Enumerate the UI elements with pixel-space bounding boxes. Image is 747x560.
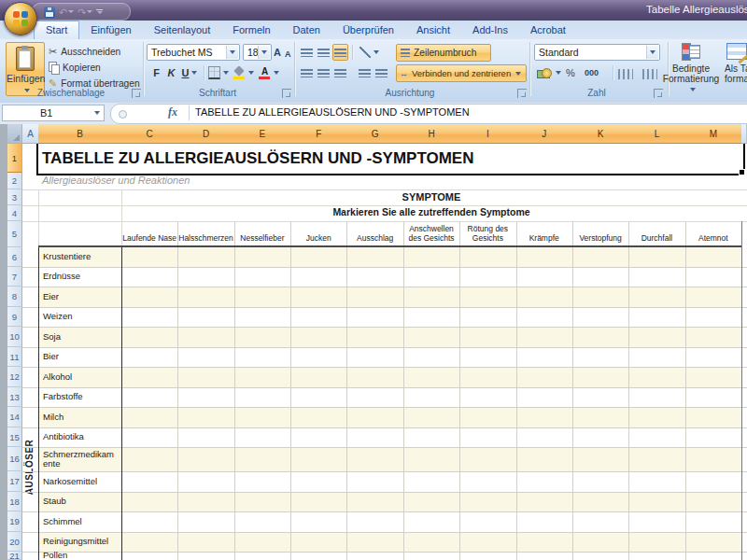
align-right-button[interactable] bbox=[332, 64, 348, 81]
symptome-header[interactable]: SYMPTOME bbox=[121, 191, 741, 203]
increase-decimal-button[interactable] bbox=[618, 66, 633, 81]
column-header-E[interactable]: E bbox=[234, 124, 291, 144]
grow-font-button[interactable]: A bbox=[274, 45, 281, 60]
tab-daten[interactable]: Daten bbox=[282, 21, 331, 39]
column-header-M[interactable]: M bbox=[685, 124, 742, 144]
percent-format-button[interactable]: % bbox=[566, 65, 575, 80]
fill-handle[interactable] bbox=[739, 169, 745, 175]
row-header-6[interactable]: 6 bbox=[7, 247, 22, 267]
column-header-C[interactable]: C bbox=[121, 124, 178, 144]
fill-color-button[interactable] bbox=[233, 64, 255, 81]
symptom-header-cell[interactable]: Rötung des Gesichts bbox=[459, 221, 515, 245]
number-format-dropdown-icon[interactable] bbox=[646, 46, 658, 59]
allergen-cell[interactable]: Soja bbox=[39, 327, 117, 347]
row-header-5[interactable]: 5 bbox=[7, 221, 22, 247]
align-middle-button[interactable] bbox=[316, 44, 331, 61]
symptom-header-cell[interactable]: Verstopfung bbox=[572, 221, 628, 245]
row-header-21[interactable]: 21 bbox=[7, 552, 22, 560]
font-size-dropdown-icon[interactable] bbox=[258, 46, 270, 59]
row-header-4[interactable]: 4 bbox=[7, 205, 22, 221]
font-color-button[interactable]: A bbox=[258, 64, 280, 81]
italic-button[interactable]: K bbox=[164, 64, 178, 81]
column-header-K[interactable]: K bbox=[572, 124, 629, 144]
row-header-19[interactable]: 19 bbox=[7, 511, 22, 532]
symptom-header-cell[interactable]: Nesselfieber bbox=[234, 221, 290, 245]
column-header-F[interactable]: F bbox=[290, 124, 347, 144]
tab-ansicht[interactable]: Ansicht bbox=[405, 21, 461, 39]
tab--berpr-fen[interactable]: Überprüfen bbox=[331, 21, 405, 39]
row-header-20[interactable]: 20 bbox=[7, 532, 22, 552]
column-header-J[interactable]: J bbox=[516, 124, 573, 144]
allergen-cell[interactable]: Schimmel bbox=[39, 511, 117, 532]
row-header-9[interactable]: 9 bbox=[7, 307, 22, 327]
symptome-instruction[interactable]: Markieren Sie alle zutreffenden Symptome bbox=[121, 206, 741, 217]
merge-center-button[interactable]: ↔ Verbinden und zentrieren bbox=[396, 64, 527, 82]
dialog-launcher-alignment[interactable] bbox=[517, 89, 527, 98]
column-header-H[interactable]: H bbox=[403, 124, 460, 144]
allergen-cell[interactable]: Pollen bbox=[39, 552, 117, 560]
row-header-8[interactable]: 8 bbox=[7, 287, 22, 307]
tab-start[interactable]: Start bbox=[34, 21, 79, 39]
align-top-button[interactable] bbox=[299, 44, 315, 61]
cell-b2-subtitle[interactable]: Allergieauslöser und Reaktionen bbox=[42, 175, 190, 186]
allergen-cell[interactable]: Antibiotika bbox=[39, 427, 117, 447]
column-header-I[interactable]: I bbox=[459, 124, 516, 144]
cut-button[interactable]: ✂ Ausschneiden bbox=[49, 44, 120, 59]
row-header-15[interactable]: 15 bbox=[7, 427, 22, 447]
column-header-sliver[interactable] bbox=[741, 124, 747, 144]
allergen-cell[interactable]: Staub bbox=[39, 492, 117, 511]
row-header-17[interactable]: 17 bbox=[7, 471, 22, 492]
allergen-cell[interactable]: Krustentiere bbox=[39, 247, 117, 267]
tab-einf-gen[interactable]: Einfügen bbox=[79, 21, 142, 39]
symptom-header-cell[interactable]: Ausschlag bbox=[346, 221, 402, 245]
row-header-14[interactable]: 14 bbox=[7, 407, 22, 427]
align-bottom-button[interactable] bbox=[332, 44, 348, 61]
allergen-cell[interactable]: Milch bbox=[39, 407, 117, 427]
office-button[interactable] bbox=[4, 2, 37, 35]
name-box-dropdown-icon[interactable] bbox=[94, 111, 100, 115]
row-header-13[interactable]: 13 bbox=[7, 387, 22, 407]
allergen-cell[interactable]: Weizen bbox=[39, 307, 117, 327]
row-header-16[interactable]: 16 bbox=[7, 447, 22, 471]
increase-indent-button[interactable] bbox=[374, 64, 389, 81]
allergen-cell[interactable]: Schmerzmedikamente bbox=[39, 447, 117, 471]
shrink-font-button[interactable]: A bbox=[285, 47, 291, 62]
row-header-12[interactable]: 12 bbox=[7, 367, 22, 387]
name-box[interactable]: B1 bbox=[2, 105, 105, 121]
row-header-2[interactable]: 2 bbox=[7, 173, 22, 189]
conditional-formatting-button[interactable]: Bedingte Formatierung bbox=[659, 63, 723, 94]
allergen-cell[interactable]: Reinigungsmittel bbox=[39, 532, 117, 552]
allergen-cell[interactable]: Erdnüsse bbox=[39, 267, 117, 287]
column-header-B[interactable]: B bbox=[38, 124, 122, 144]
tab-seitenlayout[interactable]: Seitenlayout bbox=[143, 21, 222, 39]
symptom-header-cell[interactable]: Jucken bbox=[290, 221, 346, 245]
thousands-format-button[interactable]: 000 bbox=[585, 65, 599, 80]
row-header-18[interactable]: 18 bbox=[7, 492, 22, 511]
symptom-header-cell[interactable]: Krämpfe bbox=[516, 221, 572, 245]
underline-button[interactable]: U bbox=[179, 64, 200, 81]
orientation-button[interactable] bbox=[357, 44, 381, 61]
symptom-header-cell[interactable]: Laufende Nase bbox=[121, 221, 177, 245]
copy-button[interactable]: Kopieren bbox=[49, 60, 101, 75]
column-header-L[interactable]: L bbox=[628, 124, 685, 144]
dialog-launcher-font[interactable] bbox=[282, 89, 291, 98]
symptom-header-cell[interactable]: Durchfall bbox=[628, 221, 684, 245]
allergen-cell[interactable]: Bier bbox=[39, 347, 117, 367]
number-format-combo[interactable]: Standard bbox=[534, 44, 660, 61]
select-all-corner[interactable] bbox=[7, 124, 22, 144]
borders-button[interactable] bbox=[207, 64, 230, 81]
allergen-cell[interactable]: Farbstoffe bbox=[39, 387, 117, 407]
tab-formeln[interactable]: Formeln bbox=[221, 21, 281, 39]
allergen-cell[interactable]: Eier bbox=[39, 287, 117, 307]
decrease-indent-button[interactable] bbox=[357, 64, 373, 81]
column-header-G[interactable]: G bbox=[346, 124, 403, 144]
format-as-table-button[interactable]: Als Tabelle formatieren bbox=[725, 63, 747, 84]
font-name-combo[interactable]: Trebuchet MS bbox=[147, 44, 240, 61]
redo-button[interactable]: ↷ bbox=[78, 6, 92, 19]
font-name-dropdown-icon[interactable] bbox=[226, 46, 238, 59]
align-center-button[interactable] bbox=[316, 64, 331, 81]
row-header-1[interactable]: 1 bbox=[7, 144, 22, 173]
font-size-combo[interactable]: 18 bbox=[243, 44, 272, 61]
column-header-D[interactable]: D bbox=[177, 124, 234, 144]
symptom-header-cell[interactable]: Anschwellen des Gesichts bbox=[403, 221, 459, 245]
